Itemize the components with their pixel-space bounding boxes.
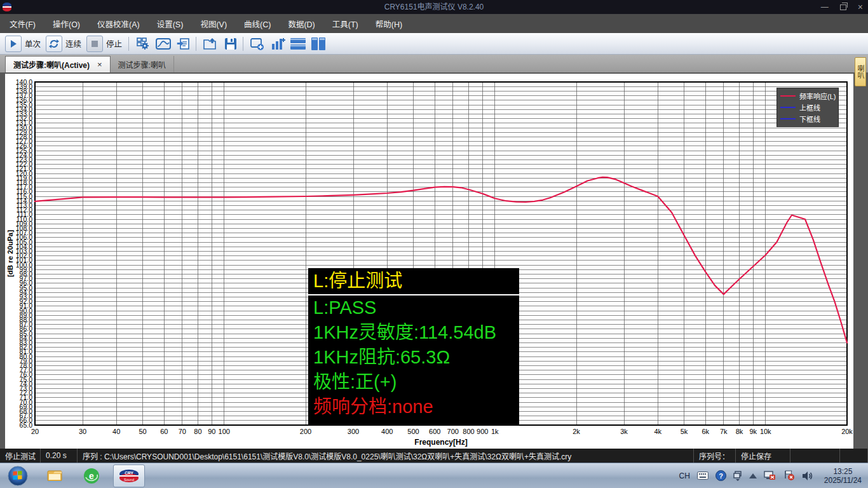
menu-help[interactable]: 帮助(H): [376, 18, 402, 30]
help-icon[interactable]: ?: [715, 470, 726, 481]
network-status-icon[interactable]: [764, 470, 776, 481]
svg-text:800: 800: [463, 428, 474, 435]
legend-label: 上框线: [799, 102, 820, 112]
open-folder-icon: [203, 37, 218, 50]
overlay-result-line-0: L:停止测试: [308, 268, 519, 295]
toolbar-separator: [196, 37, 196, 51]
system-tray: CH ?: [679, 467, 868, 485]
svg-text:500: 500: [407, 428, 419, 435]
crysound-logo: CRY Sound: [118, 469, 140, 483]
layout-vertical-button[interactable]: [309, 35, 328, 53]
vertical-panes-icon: [310, 37, 327, 51]
floating-window-icon[interactable]: [733, 471, 742, 481]
taskbar-item-crysound[interactable]: CRY Sound: [113, 464, 145, 487]
svg-text:40: 40: [112, 428, 120, 435]
menu-curve[interactable]: 曲线(C): [244, 18, 271, 30]
overlay-result-line-4: 极性:正(+): [308, 370, 519, 395]
add-window-button[interactable]: [248, 35, 267, 53]
svg-text:4k: 4k: [654, 428, 661, 435]
save-file-button[interactable]: [221, 35, 240, 53]
curve-icon: [156, 37, 171, 50]
volume-icon[interactable]: [802, 471, 813, 481]
action-center-icon[interactable]: [783, 470, 795, 481]
add-chart-button[interactable]: [268, 35, 287, 53]
add-window-icon: [250, 37, 265, 51]
window-title: CRY6151电声测试仪 V8.2.40: [0, 0, 868, 14]
legend-entry-1: 上框线: [780, 102, 835, 113]
file-explorer-icon: [46, 468, 64, 484]
svg-text:20: 20: [31, 428, 39, 435]
svg-text:400: 400: [381, 428, 393, 435]
legend-line-sample: [780, 118, 796, 119]
minimize-button[interactable]: —: [821, 3, 829, 11]
tab-test-step-0[interactable]: 测试步骤:喇叭(Active)×: [5, 56, 111, 72]
tab-test-step-1[interactable]: 测试步骤:喇叭: [111, 56, 174, 72]
menu-file[interactable]: 文件(F): [10, 18, 36, 30]
restore-button[interactable]: [840, 4, 846, 10]
close-button[interactable]: ×: [858, 3, 863, 11]
status-cell-6: [840, 449, 868, 463]
tab-label: 测试步骤:喇叭: [118, 59, 166, 70]
svg-text:?: ?: [719, 472, 723, 480]
side-panel-tab-speaker[interactable]: 喇叭: [855, 57, 866, 86]
svg-text:10k: 10k: [760, 428, 771, 435]
svg-text:60: 60: [160, 428, 168, 435]
run-continuous-button[interactable]: 连续: [46, 36, 81, 52]
toolbar: 单次 连续 停止: [0, 33, 868, 55]
chart-legend: 频率响应(L)上框线下框线: [776, 88, 839, 127]
menu-operation[interactable]: 操作(O): [53, 18, 80, 30]
tabbar: 测试步骤:喇叭(Active)×测试步骤:喇叭: [0, 55, 868, 72]
legend-label: 频率响应(L): [799, 91, 836, 101]
menu-data[interactable]: 数据(D): [288, 18, 315, 30]
status-cell-4: 停止保存: [736, 449, 790, 463]
curve-settings-button[interactable]: [154, 35, 173, 53]
tab-close-icon[interactable]: ×: [97, 60, 102, 69]
chart-panel: 140.0139.0138.0137.0136.0135.0134.0133.0…: [5, 74, 853, 449]
legend-entry-0: 频率响应(L): [780, 90, 835, 102]
menu-view[interactable]: 视图(V): [200, 18, 227, 30]
stop-button[interactable]: 停止: [86, 36, 122, 52]
toolbar-separator: [243, 37, 243, 51]
svg-text:9k: 9k: [749, 428, 757, 435]
svg-text:90: 90: [208, 428, 215, 435]
status-cell-1: 0.20 s: [41, 449, 78, 463]
taskbar-item-browser[interactable]: e: [79, 464, 104, 487]
test-settings-button[interactable]: [133, 35, 153, 53]
svg-text:30: 30: [79, 428, 86, 435]
svg-text:3k: 3k: [620, 428, 628, 435]
start-button[interactable]: [5, 463, 31, 488]
overlay-result-line-5: 频响分档:none: [308, 395, 519, 419]
svg-text:600: 600: [429, 428, 440, 435]
svg-text:2k: 2k: [573, 428, 580, 435]
svg-text:100: 100: [219, 428, 230, 435]
legend-line-sample: [780, 107, 796, 108]
menu-calibration[interactable]: 仪器校准(A): [97, 18, 140, 30]
language-indicator[interactable]: CH: [679, 471, 689, 480]
svg-text:20k: 20k: [841, 428, 853, 435]
layout-horizontal-button[interactable]: [288, 35, 308, 53]
menu-settings[interactable]: 设置(S): [157, 18, 184, 30]
report-document-icon: [177, 37, 191, 51]
clock[interactable]: 13:25 2025/11/24: [824, 467, 862, 485]
legend-label: 下框线: [799, 114, 820, 124]
taskbar-item-explorer[interactable]: [42, 464, 67, 487]
keyboard-icon[interactable]: [697, 471, 709, 480]
open-file-button[interactable]: [201, 35, 220, 53]
tab-label: 测试步骤:喇叭(Active): [13, 59, 90, 70]
loop-icon: [48, 38, 60, 50]
menubar: 文件(F)操作(O)仪器校准(A)设置(S)视图(V)曲线(C)数据(D)工具(…: [0, 14, 868, 33]
report-export-button[interactable]: [174, 35, 193, 53]
svg-text:300: 300: [348, 428, 359, 435]
show-hidden-icons-button[interactable]: [749, 473, 757, 478]
stop-icon: [91, 40, 98, 48]
svg-text:5k: 5k: [681, 428, 688, 435]
clock-date: 2025/11/24: [824, 476, 862, 485]
clock-time: 13:25: [824, 467, 862, 476]
overlay-result-line-2: 1KHz灵敏度:114.54dB: [308, 320, 519, 345]
svg-text:6k: 6k: [702, 428, 709, 435]
menu-tools[interactable]: 工具(T): [332, 18, 358, 30]
horizontal-panes-icon: [290, 37, 306, 51]
svg-text:1k: 1k: [491, 428, 499, 435]
run-single-button[interactable]: 单次: [5, 36, 41, 52]
run-single-label: 单次: [25, 37, 41, 50]
